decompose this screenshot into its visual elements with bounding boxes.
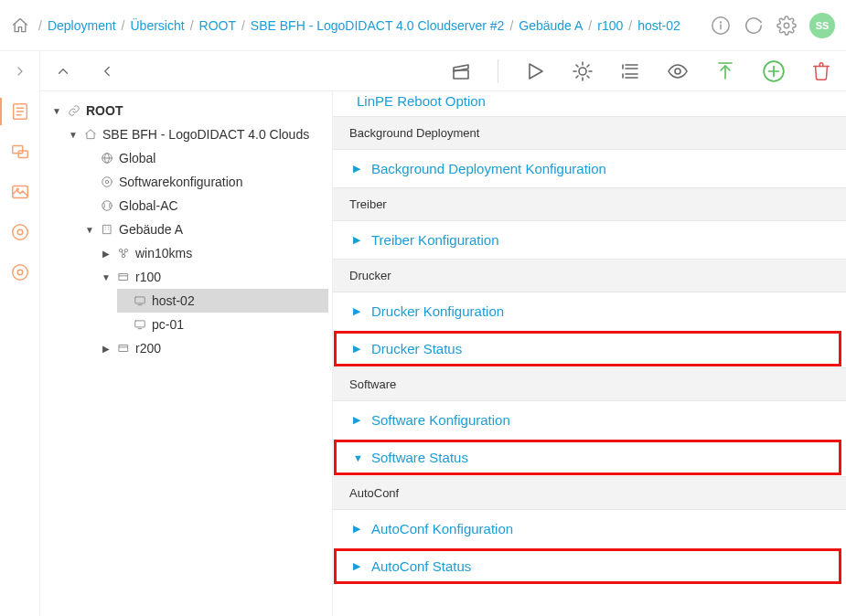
- accordion-item[interactable]: ▶Background Deployment Konfiguration: [333, 150, 846, 187]
- caret-right-icon: ▶: [353, 560, 364, 572]
- caret-right-icon: ▶: [353, 343, 364, 355]
- svg-point-18: [579, 68, 586, 75]
- nav-back-icon[interactable]: [99, 63, 115, 80]
- caret-down-icon[interactable]: ▼: [101, 271, 112, 282]
- tree-label: pc-01: [152, 317, 184, 332]
- svg-marker-17: [530, 64, 542, 79]
- accordion-item[interactable]: ▶AutoConf Konfiguration: [333, 510, 846, 547]
- accordion-item[interactable]: ▶Drucker Status: [335, 332, 841, 366]
- svg-line-54: [124, 251, 125, 255]
- breadcrumbs: /Deployment/Übersicht/ROOT/SBE BFH - Log…: [33, 18, 711, 33]
- tree-pane: ▼ ROOT ▼ SBE BFH - LogoDIDACT 4.0 Clouds: [40, 91, 333, 616]
- eye-icon[interactable]: [667, 60, 689, 82]
- user-avatar[interactable]: SS: [809, 13, 835, 38]
- svg-point-13: [12, 225, 27, 240]
- svg-point-3: [784, 23, 789, 28]
- home-icon: [82, 128, 99, 141]
- breadcrumb-separator: /: [190, 18, 194, 33]
- breadcrumb-item[interactable]: Gebäude A: [519, 18, 583, 33]
- rail-deployment-icon[interactable]: [10, 101, 30, 122]
- svg-rect-61: [119, 345, 127, 352]
- action-clapper-icon[interactable]: [450, 60, 472, 82]
- tree-r100[interactable]: ▼ r100: [101, 265, 328, 289]
- rail-gear2-icon[interactable]: [10, 262, 30, 282]
- rail-screens-icon[interactable]: [10, 142, 30, 162]
- breadcrumb-item[interactable]: Übersicht: [130, 18, 184, 33]
- breadcrumb-item[interactable]: ROOT: [199, 18, 236, 33]
- accordion-item[interactable]: ▶Software Konfiguration: [333, 401, 846, 439]
- accordion-label: Drucker Konfiguration: [371, 303, 504, 319]
- accordion-item[interactable]: ▶Treiber Konfiguration: [333, 221, 846, 259]
- svg-point-52: [122, 254, 125, 258]
- accordion-item[interactable]: ▼Software Status: [335, 441, 841, 474]
- svg-rect-57: [135, 297, 145, 303]
- svg-point-33: [675, 69, 680, 74]
- delete-icon[interactable]: [811, 61, 831, 81]
- breadcrumb-separator: /: [588, 18, 592, 33]
- caret-down-icon[interactable]: ▼: [68, 129, 79, 140]
- breadcrumb-item[interactable]: Deployment: [48, 18, 116, 33]
- refresh-icon[interactable]: [744, 16, 764, 36]
- svg-rect-8: [12, 146, 22, 154]
- collapse-rail-icon[interactable]: [13, 64, 27, 81]
- svg-line-25: [576, 76, 578, 78]
- rail-image-icon[interactable]: [10, 182, 30, 202]
- upload-icon[interactable]: [714, 60, 736, 82]
- tree-label: r200: [135, 341, 161, 356]
- tree-label: win10kms: [135, 246, 192, 260]
- breadcrumb-item[interactable]: SBE BFH - LogoDIDACT 4.0 Cloudserver #2: [251, 18, 505, 33]
- tree-building[interactable]: ▼ Gebäude A: [84, 218, 328, 241]
- play-icon[interactable]: [524, 60, 546, 82]
- room-icon: [115, 271, 132, 283]
- accordion-item-partial[interactable]: LinPE Reboot Option: [333, 91, 846, 116]
- topbar: /Deployment/Übersicht/ROOT/SBE BFH - Log…: [0, 0, 846, 51]
- section-header: Software: [333, 367, 846, 401]
- tree-r200[interactable]: ▶r200: [101, 336, 328, 360]
- tree-label: r100: [135, 270, 161, 284]
- tree-globalac[interactable]: Global-AC: [84, 194, 328, 218]
- section-header: AutoConf: [333, 476, 846, 510]
- monitor-icon: [132, 294, 148, 307]
- tree-host02[interactable]: host-02: [117, 289, 328, 313]
- tree-label: Global: [119, 151, 155, 165]
- accordion-label: AutoConf Konfiguration: [371, 521, 513, 536]
- caret-down-icon[interactable]: ▼: [51, 105, 62, 116]
- globe-icon: [99, 152, 115, 165]
- breadcrumb-separator: /: [38, 18, 42, 33]
- svg-point-14: [17, 270, 23, 275]
- settings-icon[interactable]: [776, 16, 797, 36]
- toolbar: [40, 51, 846, 91]
- caret-down-icon: ▼: [353, 452, 364, 463]
- caret-right-icon[interactable]: ▶: [101, 248, 112, 259]
- accordion-label: AutoConf Status: [371, 558, 471, 574]
- info-icon[interactable]: [711, 16, 731, 36]
- caret-right-icon[interactable]: ▶: [101, 343, 112, 354]
- tree-win10kms[interactable]: ▶win10kms: [101, 241, 328, 265]
- tree-server[interactable]: ▼ SBE BFH - LogoDIDACT 4.0 Clouds: [68, 122, 328, 146]
- accordion-item[interactable]: ▶Drucker Konfiguration: [333, 292, 846, 330]
- breadcrumb-separator: /: [509, 18, 513, 33]
- section-header: Treiber: [333, 187, 846, 221]
- tree: ▼ ROOT ▼ SBE BFH - LogoDIDACT 4.0 Clouds: [44, 99, 328, 360]
- tree-pc01[interactable]: pc-01: [117, 313, 328, 336]
- svg-rect-59: [135, 321, 145, 327]
- svg-point-42: [102, 177, 112, 187]
- tree-label: Softwarekonfiguration: [119, 175, 242, 189]
- home-icon[interactable]: [11, 16, 29, 35]
- topbar-actions: SS: [711, 13, 835, 38]
- breadcrumb-item[interactable]: r100: [597, 18, 623, 33]
- add-icon[interactable]: [762, 59, 786, 83]
- breadcrumb-item[interactable]: host-02: [637, 18, 680, 33]
- tree-label: Gebäude A: [119, 222, 183, 237]
- nav-up-icon[interactable]: [55, 63, 71, 80]
- accordion-label: Drucker Status: [371, 341, 462, 356]
- accordion-item[interactable]: ▶AutoConf Status: [335, 549, 841, 583]
- rail-gear1-icon[interactable]: [10, 222, 30, 242]
- tree-softwarekonfig[interactable]: Softwarekonfiguration: [84, 170, 328, 194]
- caret-right-icon: ▶: [353, 414, 364, 426]
- tree-global[interactable]: Global: [84, 146, 328, 170]
- sun-icon[interactable]: [572, 60, 594, 82]
- caret-down-icon[interactable]: ▼: [84, 224, 95, 235]
- tree-root[interactable]: ▼ ROOT: [51, 99, 328, 122]
- list-icon[interactable]: [619, 60, 641, 82]
